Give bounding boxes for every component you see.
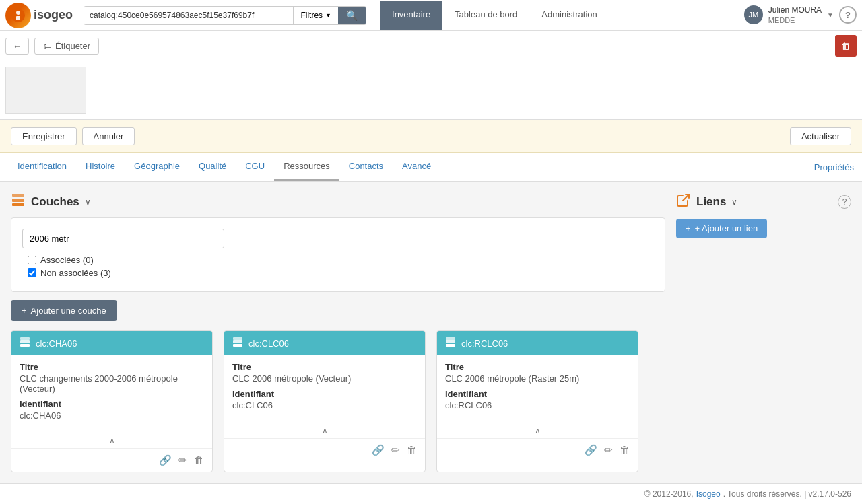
tab-qualite[interactable]: Qualité [189,153,236,181]
user-name: Julien MOURA MEDDE [768,5,822,26]
add-lien-button[interactable]: + + Ajouter un lien [676,219,767,238]
delete-icon-3[interactable]: 🗑 [620,444,630,456]
user-dropdown-icon[interactable]: ▼ [827,11,834,19]
footer-copyright: © 2012-2016, [644,489,694,499]
tab-ressources[interactable]: Ressources [274,153,339,181]
search-icon: 🔍 [346,10,358,21]
card-cha06-title: clc:CHA06 [36,338,77,349]
search-input[interactable]: catalog:450ce0e569574863aec5f15e37f69b7f [84,7,293,24]
add-lien-icon: + [686,223,691,233]
couche-search-input[interactable] [22,229,224,248]
tab-avance[interactable]: Avancé [393,153,440,181]
liens-toggle[interactable]: ∨ [731,197,737,207]
thumbnail [5,67,86,114]
nav-inventaire[interactable]: Inventaire [380,1,442,30]
add-lien-label: + Ajouter un lien [695,223,758,233]
card-clc06-body: Titre CLC 2006 métropole (Vecteur) Ident… [224,355,425,423]
tag-icon: 🏷 [43,41,52,51]
couches-toggle[interactable]: ∨ [85,197,91,207]
footer-brand-link[interactable]: Isogeo [696,489,721,499]
edit-icon-2[interactable]: ✏ [391,444,400,456]
back-button[interactable]: ← [5,38,29,55]
link-icon-3[interactable]: 🔗 [585,444,597,456]
card-clc06-title: clc:CLC06 [248,338,289,349]
avatar: JM [744,5,763,24]
card-rclc06-title: clc:RCLC06 [461,338,508,349]
main-content: Couches ∨ Associées (0) Non associées (3… [0,182,862,483]
card-clc06-header: clc:CLC06 [224,331,425,355]
card-rclc06-id-label: Identifiant [445,389,630,399]
svg-rect-3 [12,194,24,197]
save-button[interactable]: Enregistrer [11,127,77,145]
help-button[interactable]: ? [839,6,857,24]
add-couche-button[interactable]: + Ajouter une couche [11,300,117,321]
link-icon[interactable]: 🔗 [159,454,172,466]
card-rclc06-chevron[interactable]: ∧ [437,423,638,438]
external-link-icon [676,192,691,211]
tab-identification[interactable]: Identification [8,153,76,181]
card-cha06: clc:CHA06 Titre CLC changements 2000-200… [11,330,213,472]
add-couche-label: Ajouter une couche [31,305,106,316]
card-rclc06-body: Titre CLC 2006 métropole (Raster 25m) Id… [437,355,638,423]
liens-help-button[interactable]: ? [838,195,851,209]
trash-icon: 🗑 [841,40,851,51]
tab-histoire[interactable]: Histoire [76,153,125,181]
card-cha06-chevron[interactable]: ∧ [11,433,212,448]
delete-icon[interactable]: 🗑 [194,454,204,466]
save-bar: Enregistrer Annuler Actualiser [0,120,862,153]
search-button[interactable]: 🔍 [338,7,366,24]
svg-rect-12 [446,337,455,340]
svg-rect-14 [446,344,455,347]
cancel-button[interactable]: Annuler [82,127,135,145]
checkbox-associees-input[interactable] [28,256,36,264]
svg-rect-10 [233,340,242,343]
filter-caret-icon: ▼ [325,12,331,19]
edit-icon-3[interactable]: ✏ [604,444,613,456]
card-cha06-titre-value: CLC changements 2000-2006 métropole (Vec… [20,373,204,394]
tab-geographie[interactable]: Géographie [125,153,189,181]
main-nav: Inventaire Tableau de bord Administratio… [380,1,609,30]
search-box: catalog:450ce0e569574863aec5f15e37f69b7f… [84,6,366,25]
toolbar: ← 🏷 Étiqueter 🗑 [0,31,862,61]
nav-administration[interactable]: Administration [529,1,609,30]
svg-rect-5 [12,203,24,206]
cards-grid: clc:CHA06 Titre CLC changements 2000-200… [11,330,665,472]
svg-rect-6 [20,337,30,340]
footer: © 2012-2016, Isogeo . Tous droits réserv… [0,483,862,504]
checkboxes-area: Associées (0) Non associées (3) [28,255,654,278]
card-clc06-id-value: clc:CLC06 [232,400,417,410]
couches-title: Couches [31,195,79,209]
checkbox-associees-label: Associées (0) [40,255,94,265]
tag-button[interactable]: 🏷 Étiqueter [34,38,99,55]
card-clc06-titre-value: CLC 2006 métropole (Vecteur) [232,373,417,384]
card-cha06-actions: 🔗 ✏ 🗑 [11,448,212,472]
card-cha06-id-value: clc:CHA06 [20,410,204,421]
liens-header: Liens ∨ ? [676,192,851,211]
link-icon-2[interactable]: 🔗 [372,444,385,456]
tab-cgu[interactable]: CGU [236,153,274,181]
logo-text: isogeo [34,8,73,22]
svg-rect-2 [16,16,20,20]
filter-button[interactable]: Filtres ▼ [293,7,338,24]
card-clc06-chevron[interactable]: ∧ [224,423,425,438]
card-clc06: clc:CLC06 Titre CLC 2006 métropole (Vect… [224,330,426,472]
refresh-button[interactable]: Actualiser [790,127,851,145]
logo-icon [5,3,31,28]
delete-button[interactable]: 🗑 [835,35,857,57]
card-cha06-titre-label: Titre [20,362,204,372]
card-rclc06-id-value: clc:RCLC06 [445,400,630,410]
checkbox-non-associees-input[interactable] [28,268,36,277]
tab-contacts[interactable]: Contacts [339,153,393,181]
nav-tableau-de-bord[interactable]: Tableau de bord [442,1,529,30]
card-layer-icon-3 [445,336,456,350]
top-navigation: isogeo catalog:450ce0e569574863aec5f15e3… [0,0,862,31]
card-rclc06-header: clc:RCLC06 [437,331,638,355]
card-cha06-id-label: Identifiant [20,399,204,409]
card-clc06-actions: 🔗 ✏ 🗑 [224,438,425,462]
liens-section: Liens ∨ ? + + Ajouter un lien [676,192,851,472]
delete-icon-2[interactable]: 🗑 [407,444,417,456]
tab-proprietes[interactable]: Propriétés [814,154,854,180]
edit-icon[interactable]: ✏ [178,454,187,466]
card-rclc06-titre-label: Titre [445,362,630,372]
card-layer-icon [20,336,30,350]
